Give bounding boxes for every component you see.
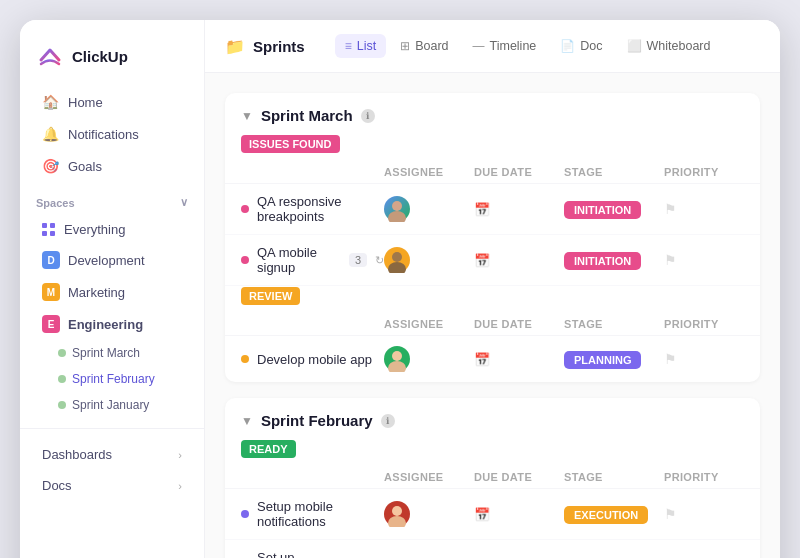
marketing-icon: M (42, 283, 60, 301)
sprint-february-header[interactable]: ▼ Sprint February ℹ (225, 398, 760, 439)
due-cell: 📅 (474, 352, 564, 367)
col-stage: STAGE (564, 166, 664, 178)
logo-text: ClickUp (72, 48, 128, 65)
flag-icon: ⚑ (664, 201, 677, 217)
table-row[interactable]: Setup mobile notifications 📅 (225, 489, 760, 540)
assignee-avatar (384, 346, 410, 372)
stage-cell: INITIATION (564, 202, 664, 217)
stage-badge: INITIATION (564, 201, 641, 219)
page-title: Sprints (253, 38, 305, 55)
tab-board[interactable]: ⊞ Board (390, 34, 458, 58)
col-task (241, 166, 384, 178)
assignee-avatar (384, 196, 410, 222)
table-header-february: ASSIGNEE DUE DATE STAGE PRIORITY (225, 466, 760, 489)
sprint-february-dot (58, 375, 66, 383)
tab-timeline[interactable]: — Timeline (463, 34, 547, 58)
svg-point-2 (392, 252, 402, 262)
docs-arrow: › (178, 480, 182, 492)
priority-cell: ⚑ (664, 201, 744, 217)
stage-cell: EXECUTION (564, 507, 664, 522)
review-badge: REVIEW (241, 287, 300, 305)
sprint-february-toggle: ▼ (241, 414, 253, 428)
spaces-toggle[interactable]: ∨ (180, 196, 188, 209)
avatar-image (384, 247, 410, 273)
content-area: ▼ Sprint March ℹ ISSUES FOUND ASSIGNEE D… (205, 73, 780, 558)
task-name: Develop mobile app (257, 352, 372, 367)
sidebar-sprint-january[interactable]: Sprint January (26, 393, 198, 417)
timeline-tab-icon: — (473, 39, 485, 53)
sprint-march-toggle: ▼ (241, 109, 253, 123)
tab-board-label: Board (415, 39, 448, 53)
engineering-label: Engineering (68, 317, 143, 332)
due-cell: 📅 (474, 202, 564, 217)
sprint-march-header[interactable]: ▼ Sprint March ℹ (225, 93, 760, 134)
nav-notifications-label: Notifications (68, 127, 139, 142)
priority-cell: ⚑ (664, 252, 744, 268)
svg-point-7 (392, 506, 402, 516)
sidebar-item-marketing[interactable]: M Marketing (26, 277, 198, 307)
development-label: Development (68, 253, 145, 268)
docs-label: Docs (42, 478, 72, 493)
sprint-march-dot (58, 349, 66, 357)
sprint-march-label: Sprint March (72, 346, 140, 360)
assignee-avatar (384, 501, 410, 527)
nav-notifications[interactable]: 🔔 Notifications (26, 119, 198, 149)
flag-icon: ⚑ (664, 506, 677, 522)
sidebar-item-development[interactable]: D Development (26, 245, 198, 275)
sprint-january-label: Sprint January (72, 398, 149, 412)
task-name: QA mobile signup (257, 245, 341, 275)
sidebar-sprint-march[interactable]: Sprint March (26, 341, 198, 365)
assignee-cell (384, 501, 474, 527)
calendar-icon: 📅 (474, 507, 490, 522)
col-stage: STAGE (564, 318, 664, 330)
task-dot (241, 205, 249, 213)
dashboards-label: Dashboards (42, 447, 112, 462)
col-duedate: DUE DATE (474, 318, 564, 330)
tab-list[interactable]: ≡ List (335, 34, 386, 58)
svg-point-1 (388, 211, 406, 222)
priority-cell: ⚑ (664, 351, 744, 367)
flag-icon: ⚑ (664, 252, 677, 268)
tab-doc-label: Doc (580, 39, 602, 53)
calendar-icon: 📅 (474, 352, 490, 367)
priority-cell: ⚑ (664, 506, 744, 522)
development-icon: D (42, 251, 60, 269)
sprint-february-title: Sprint February (261, 412, 373, 429)
everything-label: Everything (64, 222, 125, 237)
assignee-cell (384, 346, 474, 372)
sidebar-item-everything[interactable]: Everything (26, 216, 198, 243)
task-name: QA responsive breakpoints (257, 194, 384, 224)
col-priority: PRIORITY (664, 471, 744, 483)
tab-whiteboard[interactable]: ⬜ Whiteboard (617, 34, 721, 58)
refresh-icon: ↻ (375, 254, 384, 267)
nav-goals[interactable]: 🎯 Goals (26, 151, 198, 181)
nav-dashboards[interactable]: Dashboards › (26, 440, 198, 469)
col-duedate: DUE DATE (474, 471, 564, 483)
marketing-label: Marketing (68, 285, 125, 300)
avatar-image (384, 346, 410, 372)
table-row[interactable]: Set up payment processing 5 📎 (225, 540, 760, 558)
nav-docs[interactable]: Docs › (26, 471, 198, 500)
col-assignee: ASSIGNEE (384, 318, 474, 330)
task-name-cell: QA responsive breakpoints (241, 194, 384, 224)
tab-doc[interactable]: 📄 Doc (550, 34, 612, 58)
sprint-section-february: ▼ Sprint February ℹ READY ASSIGNEE DUE D… (225, 398, 760, 558)
tab-whiteboard-label: Whiteboard (647, 39, 711, 53)
flag-icon: ⚑ (664, 351, 677, 367)
task-name-cell: QA mobile signup 3 ↻ (241, 245, 384, 275)
spaces-section-label: Spaces ∨ (20, 182, 204, 215)
table-row[interactable]: QA mobile signup 3 ↻ 📅 (225, 235, 760, 286)
bell-icon: 🔔 (42, 126, 59, 142)
nav-goals-label: Goals (68, 159, 102, 174)
sidebar-item-engineering[interactable]: E Engineering (26, 309, 198, 339)
stage-cell: PLANNING (564, 352, 664, 367)
nav-home[interactable]: 🏠 Home (26, 87, 198, 117)
col-task (241, 318, 384, 330)
table-row[interactable]: QA responsive breakpoints 📅 (225, 184, 760, 235)
task-dot (241, 355, 249, 363)
table-row[interactable]: Develop mobile app 📅 (225, 336, 760, 382)
avatar-image (384, 196, 410, 222)
sidebar-sprint-february[interactable]: Sprint February (26, 367, 198, 391)
logo[interactable]: ClickUp (20, 36, 204, 86)
page-title-area: 📁 Sprints (225, 37, 305, 56)
